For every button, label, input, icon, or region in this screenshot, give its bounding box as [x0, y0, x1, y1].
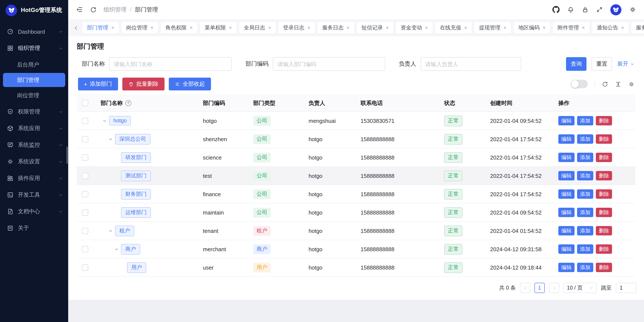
sidebar-item-post-manage[interactable]: 岗位管理	[3, 88, 65, 102]
add-department-button[interactable]: + 添加部门	[78, 78, 118, 90]
refresh-icon[interactable]	[90, 6, 97, 13]
tab-close-icon[interactable]: ×	[229, 25, 232, 30]
tab-close-icon[interactable]: ×	[425, 25, 428, 30]
department-name-chip[interactable]: 租户	[115, 225, 134, 236]
batch-delete-button[interactable]: 批量删除	[122, 78, 164, 90]
delete-button[interactable]: 删除	[596, 226, 612, 235]
tab-close-icon[interactable]: ×	[542, 25, 546, 30]
lock-icon[interactable]	[582, 6, 588, 13]
jump-page-input[interactable]	[616, 283, 636, 293]
add-button[interactable]: 添加	[577, 189, 593, 199]
prev-page-button[interactable]	[520, 283, 530, 293]
department-name-chip[interactable]: 深圳总公司	[115, 134, 150, 144]
tab-department-manage[interactable]: 部门管理×	[82, 22, 119, 34]
add-button[interactable]: 添加	[577, 226, 593, 235]
query-button[interactable]: 查询	[566, 57, 586, 71]
department-name-chip[interactable]: 研发部门	[121, 152, 151, 163]
delete-button[interactable]: 删除	[596, 189, 612, 199]
add-button[interactable]: 添加	[577, 171, 593, 180]
tab-menu-permission[interactable]: 菜单权限×	[200, 22, 236, 34]
add-button[interactable]: 添加	[577, 263, 593, 272]
edit-button[interactable]: 编辑	[558, 171, 574, 180]
sidebar-item-system-settings[interactable]: 系统设置	[0, 154, 68, 170]
tab-fund-change[interactable]: 资金变动×	[396, 22, 432, 34]
tab-login-log[interactable]: 登录日志×	[278, 22, 315, 34]
department-name-chip[interactable]: hotgo	[109, 116, 131, 125]
tab-close-icon[interactable]: ×	[464, 25, 467, 30]
tab-close-icon[interactable]: ×	[503, 25, 506, 30]
tab-close-icon[interactable]: ×	[150, 25, 154, 30]
dept-code-input[interactable]	[273, 57, 385, 71]
edit-button[interactable]: 编辑	[558, 153, 574, 162]
row-checkbox[interactable]	[82, 227, 88, 234]
sidebar-item-dashboard[interactable]: Dashboard	[0, 24, 68, 40]
edit-button[interactable]: 编辑	[558, 244, 574, 254]
tab-close-icon[interactable]: ×	[346, 25, 350, 30]
tree-expand-caret[interactable]	[114, 247, 119, 251]
sidebar-item-department-manage[interactable]: 部门管理	[3, 73, 65, 87]
tab-sms-record[interactable]: 短信记录×	[357, 22, 394, 34]
tab-close-icon[interactable]: ×	[190, 25, 193, 30]
delete-button[interactable]: 删除	[596, 263, 612, 272]
row-height-icon[interactable]	[615, 81, 622, 87]
row-checkbox[interactable]	[82, 264, 88, 271]
delete-button[interactable]: 删除	[596, 153, 612, 162]
tab-global-log[interactable]: 全局日志×	[239, 22, 276, 34]
next-page-button[interactable]	[549, 283, 559, 293]
edit-button[interactable]: 编辑	[558, 226, 574, 235]
tab-notice[interactable]: 通知公告×	[592, 22, 629, 34]
settings-gear-icon[interactable]	[629, 6, 636, 13]
delete-button[interactable]: 删除	[596, 171, 612, 180]
tab-close-icon[interactable]: ×	[621, 25, 624, 30]
row-checkbox[interactable]	[82, 154, 88, 161]
tab-close-icon[interactable]: ×	[386, 25, 389, 30]
github-icon[interactable]	[552, 6, 560, 13]
edit-button[interactable]: 编辑	[558, 263, 574, 272]
delete-button[interactable]: 删除	[596, 116, 612, 125]
app-logo[interactable]: HotGo管理系统	[0, 0, 68, 21]
bell-icon[interactable]	[567, 6, 574, 13]
collapse-all-button[interactable]: 全部收起	[168, 78, 211, 90]
help-question-icon[interactable]: ?	[125, 100, 131, 106]
add-button[interactable]: 添加	[577, 116, 593, 125]
tab-close-icon[interactable]: ×	[268, 25, 271, 30]
tab-service-truncated[interactable]: 服务	[631, 22, 644, 34]
row-checkbox[interactable]	[82, 136, 88, 142]
add-button[interactable]: 添加	[577, 208, 593, 217]
sidebar-item-permission[interactable]: 权限管理	[0, 104, 68, 120]
department-name-chip[interactable]: 商户	[121, 244, 140, 254]
row-checkbox[interactable]	[82, 209, 88, 216]
department-name-chip[interactable]: 财务部门	[121, 189, 151, 199]
sidebar-item-about[interactable]: 关于	[0, 220, 68, 236]
add-button[interactable]: 添加	[577, 153, 593, 162]
page-size-select[interactable]: 10 / 页	[564, 283, 597, 293]
delete-button[interactable]: 删除	[596, 134, 612, 144]
reset-button[interactable]: 重置	[592, 57, 612, 71]
tab-close-icon[interactable]: ×	[111, 25, 114, 30]
expand-link[interactable]: 展开	[617, 60, 634, 68]
tab-close-icon[interactable]: ×	[307, 25, 310, 30]
row-checkbox[interactable]	[82, 173, 88, 179]
sidebar-item-dev-tools[interactable]: 开发工具	[0, 187, 68, 203]
delete-button[interactable]: 删除	[596, 244, 612, 254]
owner-input[interactable]	[420, 57, 521, 71]
sidebar-scrollbar[interactable]	[66, 147, 68, 164]
tree-expand-caret[interactable]	[108, 228, 113, 233]
delete-button[interactable]: 删除	[596, 208, 612, 217]
tab-attachment-manage[interactable]: 附件管理×	[553, 22, 590, 34]
sidebar-item-organization[interactable]: 组织管理	[0, 40, 68, 56]
tab-close-icon[interactable]: ×	[582, 25, 585, 30]
page-number-button[interactable]: 1	[534, 283, 545, 293]
tab-region-code[interactable]: 地区编码×	[514, 22, 550, 34]
add-button[interactable]: 添加	[577, 134, 593, 144]
tab-role-permission[interactable]: 角色权限×	[161, 22, 197, 34]
table-refresh-icon[interactable]	[602, 81, 608, 87]
tab-post-manage[interactable]: 岗位管理×	[122, 22, 158, 34]
department-name-chip[interactable]: 用户	[127, 262, 146, 273]
dept-name-input[interactable]	[109, 57, 232, 71]
sidebar-item-plugin-app[interactable]: 插件应用	[0, 170, 68, 186]
edit-button[interactable]: 编辑	[558, 134, 574, 144]
department-name-chip[interactable]: 测试部门	[121, 170, 151, 181]
edit-button[interactable]: 编辑	[558, 208, 574, 217]
tab-service-log[interactable]: 服务日志×	[318, 22, 354, 34]
